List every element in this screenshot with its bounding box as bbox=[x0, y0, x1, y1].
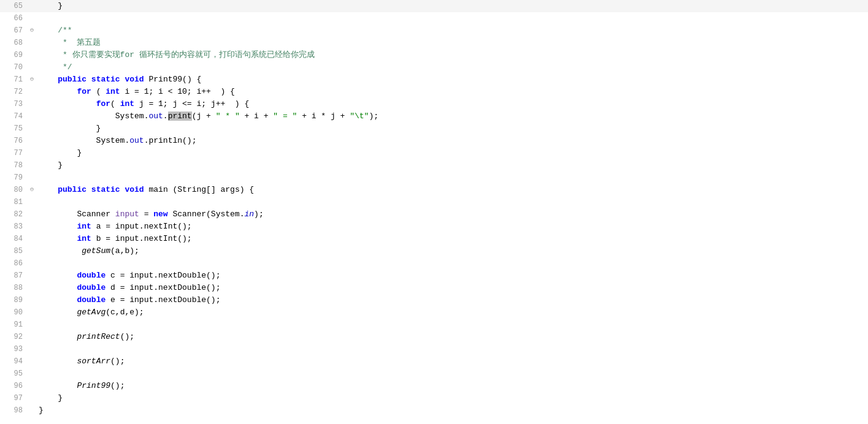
code-line-76: 76 System.out.println(); bbox=[0, 135, 868, 147]
line-number-73: 73 bbox=[0, 98, 28, 110]
code-line-72: 72 for ( int i = 1; i < 10; i++ ) { bbox=[0, 86, 868, 98]
line-number-78: 78 bbox=[0, 159, 28, 172]
line-number-74: 74 bbox=[0, 110, 28, 123]
line-number-93: 93 bbox=[0, 343, 28, 355]
line-number-82: 82 bbox=[0, 208, 28, 221]
code-line-87: 87 double c = input.nextDouble(); bbox=[0, 270, 868, 282]
code-line-65: 65 } bbox=[0, 0, 868, 12]
line-number-90: 90 bbox=[0, 306, 28, 319]
line-content-85: getSum(a,b); bbox=[36, 245, 868, 257]
line-content-68: * 第五题 bbox=[36, 37, 868, 49]
code-line-70: 70 */ bbox=[0, 61, 868, 74]
line-content-84: int b = input.nextInt(); bbox=[36, 233, 868, 245]
line-content-96: Print99(); bbox=[36, 380, 868, 392]
line-content-78: } bbox=[36, 159, 868, 172]
fold-71[interactable]: ⊖ bbox=[28, 74, 36, 86]
line-number-84: 84 bbox=[0, 233, 28, 245]
line-number-92: 92 bbox=[0, 331, 28, 343]
code-line-90: 90 getAvg(c,d,e); bbox=[0, 306, 868, 319]
line-number-89: 89 bbox=[0, 294, 28, 306]
code-line-69: 69 * 你只需要实现for 循环括号的内容就可，打印语句系统已经给你完成 bbox=[0, 49, 868, 61]
line-number-95: 95 bbox=[0, 368, 28, 380]
code-line-68: 68 * 第五题 bbox=[0, 37, 868, 49]
code-line-92: 92 printRect(); bbox=[0, 331, 868, 343]
line-content-74: System.out.print(j + " * " + i + " = " +… bbox=[36, 110, 868, 123]
code-line-98: 98 } bbox=[0, 404, 868, 417]
code-editor: 65 } 66 67 ⊖ /** 68 * 第五题 69 * 你只需要实现for… bbox=[0, 0, 868, 424]
line-number-91: 91 bbox=[0, 319, 28, 331]
line-content-75: } bbox=[36, 123, 868, 135]
line-number-77: 77 bbox=[0, 147, 28, 159]
line-number-88: 88 bbox=[0, 282, 28, 294]
code-line-75: 75 } bbox=[0, 123, 868, 135]
code-line-95: 95 bbox=[0, 368, 868, 380]
code-line-78: 78 } bbox=[0, 159, 868, 172]
line-number-86: 86 bbox=[0, 257, 28, 270]
code-line-83: 83 int a = input.nextInt(); bbox=[0, 221, 868, 233]
line-number-80: 80 bbox=[0, 184, 28, 196]
line-content-83: int a = input.nextInt(); bbox=[36, 221, 868, 233]
line-content-94: sortArr(); bbox=[36, 355, 868, 368]
line-number-87: 87 bbox=[0, 270, 28, 282]
code-line-89: 89 double e = input.nextDouble(); bbox=[0, 294, 868, 306]
line-number-81: 81 bbox=[0, 196, 28, 208]
code-line-79: 79 bbox=[0, 172, 868, 184]
code-line-82: 82 Scanner input = new Scanner(System.in… bbox=[0, 208, 868, 221]
line-content-67: /** bbox=[36, 25, 868, 37]
line-number-76: 76 bbox=[0, 135, 28, 147]
line-number-70: 70 bbox=[0, 61, 28, 74]
line-content-65: } bbox=[36, 0, 868, 12]
code-line-88: 88 double d = input.nextDouble(); bbox=[0, 282, 868, 294]
code-line-67: 67 ⊖ /** bbox=[0, 25, 868, 37]
code-line-77: 77 } bbox=[0, 147, 868, 159]
line-number-67: 67 bbox=[0, 25, 28, 37]
line-number-83: 83 bbox=[0, 221, 28, 233]
line-number-98: 98 bbox=[0, 404, 28, 417]
code-line-86: 86 bbox=[0, 257, 868, 270]
line-content-89: double e = input.nextDouble(); bbox=[36, 294, 868, 306]
line-content-71: public static void Print99() { bbox=[36, 74, 868, 86]
line-content-69: * 你只需要实现for 循环括号的内容就可，打印语句系统已经给你完成 bbox=[36, 49, 868, 61]
code-line-71: 71 ⊖ public static void Print99() { bbox=[0, 74, 868, 86]
fold-80[interactable]: ⊖ bbox=[28, 184, 36, 196]
line-number-72: 72 bbox=[0, 86, 28, 98]
line-content-82: Scanner input = new Scanner(System.in); bbox=[36, 208, 868, 221]
line-content-92: printRect(); bbox=[36, 331, 868, 343]
line-number-79: 79 bbox=[0, 172, 28, 184]
code-line-66: 66 bbox=[0, 12, 868, 25]
line-content-87: double c = input.nextDouble(); bbox=[36, 270, 868, 282]
code-line-97: 97 } bbox=[0, 392, 868, 404]
line-content-72: for ( int i = 1; i < 10; i++ ) { bbox=[36, 86, 868, 98]
line-number-68: 68 bbox=[0, 37, 28, 49]
code-line-93: 93 bbox=[0, 343, 868, 355]
fold-67[interactable]: ⊖ bbox=[28, 25, 36, 37]
code-line-74: 74 System.out.print(j + " * " + i + " = … bbox=[0, 110, 868, 123]
line-content-90: getAvg(c,d,e); bbox=[36, 306, 868, 319]
line-number-75: 75 bbox=[0, 123, 28, 135]
line-number-65: 65 bbox=[0, 0, 28, 12]
code-line-80: 80 ⊖ public static void main (String[] a… bbox=[0, 184, 868, 196]
code-line-81: 81 bbox=[0, 196, 868, 208]
line-number-96: 96 bbox=[0, 380, 28, 392]
code-line-94: 94 sortArr(); bbox=[0, 355, 868, 368]
line-number-66: 66 bbox=[0, 12, 28, 25]
code-line-73: 73 for( int j = 1; j <= i; j++ ) { bbox=[0, 98, 868, 110]
code-line-96: 96 Print99(); bbox=[0, 380, 868, 392]
line-number-69: 69 bbox=[0, 49, 28, 61]
line-content-70: */ bbox=[36, 61, 868, 74]
line-content-97: } bbox=[36, 392, 868, 404]
line-number-94: 94 bbox=[0, 355, 28, 368]
line-content-98: } bbox=[36, 404, 868, 417]
code-line-91: 91 bbox=[0, 319, 868, 331]
line-content-76: System.out.println(); bbox=[36, 135, 868, 147]
line-content-80: public static void main (String[] args) … bbox=[36, 184, 868, 196]
line-content-88: double d = input.nextDouble(); bbox=[36, 282, 868, 294]
line-number-85: 85 bbox=[0, 245, 28, 257]
line-content-73: for( int j = 1; j <= i; j++ ) { bbox=[36, 98, 868, 110]
line-number-71: 71 bbox=[0, 74, 28, 86]
code-line-85: 85 getSum(a,b); bbox=[0, 245, 868, 257]
line-content-77: } bbox=[36, 147, 868, 159]
line-number-97: 97 bbox=[0, 392, 28, 404]
code-line-84: 84 int b = input.nextInt(); bbox=[0, 233, 868, 245]
